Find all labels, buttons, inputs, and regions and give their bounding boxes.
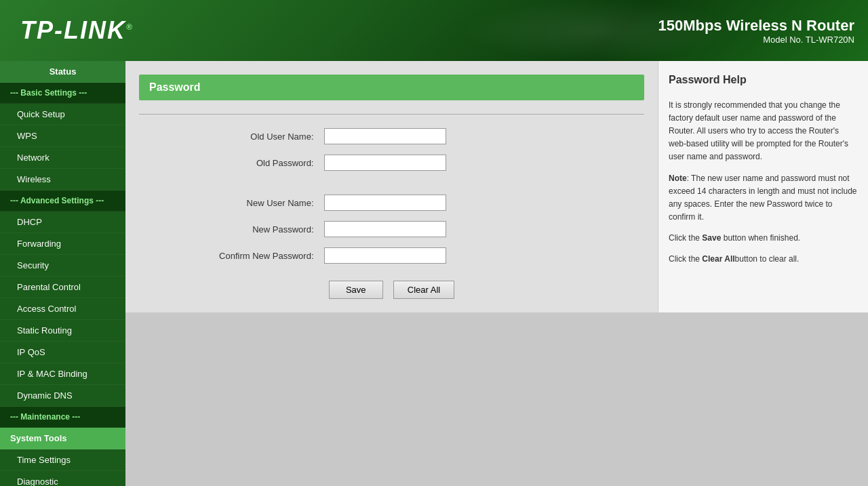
password-form: Old User Name: Old Password: New User Na… [189, 128, 595, 264]
product-info: 150Mbps Wireless N Router Model No. TL-W… [658, 17, 854, 45]
old-password-input[interactable] [324, 155, 446, 171]
help-note-label: Note [669, 174, 687, 183]
sidebar-item-status[interactable]: Status [0, 61, 125, 83]
confirm-password-input[interactable] [324, 247, 446, 264]
clear-all-button[interactable]: Clear All [393, 281, 454, 299]
logo-text: TP-LINK® [20, 16, 134, 44]
new-password-input[interactable] [324, 221, 446, 237]
old-username-input[interactable] [324, 128, 446, 144]
sidebar-item-wps[interactable]: WPS [0, 125, 125, 147]
sidebar-item-forwarding[interactable]: Forwarding [0, 233, 125, 255]
form-gap [189, 181, 595, 195]
sidebar-item-diagnostic[interactable]: Diagnostic [0, 471, 125, 486]
layout: Status --- Basic Settings --- Quick Setu… [0, 61, 868, 486]
help-save-suffix: button when finished. [721, 233, 800, 243]
sidebar-item-access-control[interactable]: Access Control [0, 298, 125, 320]
old-username-label: Old User Name: [189, 131, 324, 142]
sidebar-item-static-routing[interactable]: Static Routing [0, 320, 125, 342]
sidebar-item-time-settings[interactable]: Time Settings [0, 449, 125, 471]
save-button[interactable]: Save [329, 281, 383, 299]
help-title: Password Help [669, 71, 858, 89]
help-save-prefix: Click the [669, 233, 702, 243]
sidebar-item-security[interactable]: Security [0, 255, 125, 277]
main: Password Old User Name: Old Password: [125, 61, 868, 312]
sidebar-item-parental-control[interactable]: Parental Control [0, 277, 125, 298]
content-area: Password Old User Name: Old Password: [125, 61, 658, 312]
old-password-label: Old Password: [189, 158, 324, 168]
sidebar-item-ip-mac-binding[interactable]: IP & MAC Binding [0, 363, 125, 385]
model-number: Model No. TL-WR720N [658, 35, 854, 45]
help-note: Note: The new user name and password mus… [669, 172, 858, 224]
sidebar-item-wireless[interactable]: Wireless [0, 169, 125, 190]
logo-trademark: ® [126, 22, 134, 32]
page-title: Password [139, 75, 644, 100]
new-username-label: New User Name: [189, 198, 324, 208]
old-username-row: Old User Name: [189, 128, 595, 144]
old-password-row: Old Password: [189, 155, 595, 171]
sidebar-section-maintenance: --- Maintenance --- [0, 407, 125, 428]
help-paragraph-1: It is strongly recommended that you chan… [669, 99, 858, 164]
confirm-password-label: Confirm New Password: [189, 251, 324, 261]
button-row: Save Clear All [139, 281, 644, 299]
help-save-ref: Click the Save button when finished. [669, 232, 858, 245]
sidebar-item-ip-qos[interactable]: IP QoS [0, 342, 125, 363]
logo: TP-LINK® [20, 16, 134, 45]
new-password-label: New Password: [189, 224, 324, 235]
help-clear-prefix: Click the [669, 254, 702, 264]
sidebar-item-network[interactable]: Network [0, 147, 125, 169]
new-username-row: New User Name: [189, 195, 595, 211]
sidebar-item-system-tools[interactable]: System Tools [0, 428, 125, 449]
sidebar: Status --- Basic Settings --- Quick Setu… [0, 61, 125, 486]
product-name: 150Mbps Wireless N Router [658, 17, 854, 35]
sidebar-item-quick-setup[interactable]: Quick Setup [0, 104, 125, 125]
form-divider [139, 114, 644, 115]
help-clear-ref: Click the Clear Allbutton to clear all. [669, 253, 858, 266]
help-save-label: Save [702, 233, 721, 243]
confirm-password-row: Confirm New Password: [189, 247, 595, 264]
sidebar-item-dynamic-dns[interactable]: Dynamic DNS [0, 385, 125, 407]
new-username-input[interactable] [324, 195, 446, 211]
content-wrapper: Password Old User Name: Old Password: [125, 61, 868, 486]
help-note-text: : The new user name and password must no… [669, 174, 857, 222]
sidebar-section-advanced: --- Advanced Settings --- [0, 190, 125, 211]
help-clear-label: Clear All [702, 254, 734, 264]
new-password-row: New Password: [189, 221, 595, 237]
header: TP-LINK® 150Mbps Wireless N Router Model… [0, 0, 868, 61]
help-clear-suffix: button to clear all. [735, 254, 800, 264]
sidebar-section-basic: --- Basic Settings --- [0, 83, 125, 104]
help-panel: Password Help It is strongly recommended… [658, 61, 868, 312]
sidebar-item-dhcp[interactable]: DHCP [0, 211, 125, 233]
